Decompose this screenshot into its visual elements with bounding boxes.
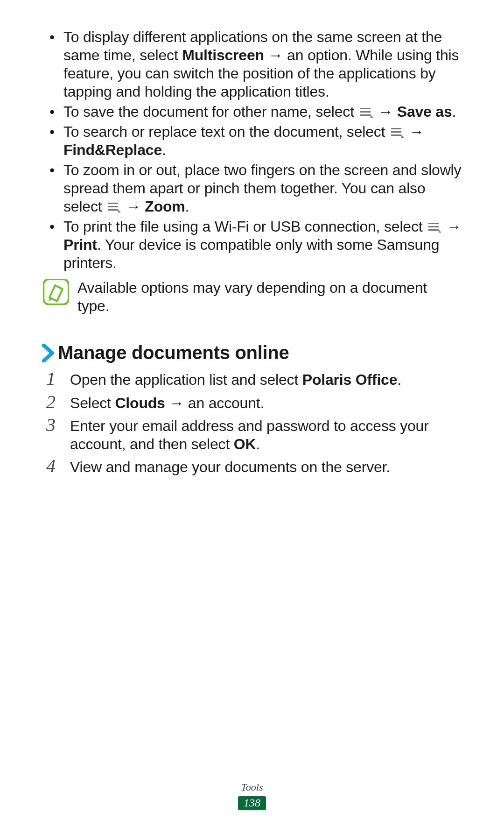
bullet-text: .	[162, 141, 166, 158]
step-body: View and manage your documents on the se…	[70, 456, 390, 476]
bold-text: Find&Replace	[63, 141, 162, 158]
step-number: 1	[42, 369, 60, 389]
step-body: Open the application list and select Pol…	[70, 369, 401, 389]
footer-section-label: Tools	[0, 781, 504, 793]
heading-text: Manage documents online	[58, 342, 289, 363]
bullet-text: . Your device is compatible only with so…	[63, 236, 439, 271]
bold-text: OK	[234, 436, 256, 452]
step-number: 3	[42, 415, 60, 435]
section-heading: Manage documents online	[42, 342, 462, 363]
bullet-text: →	[374, 103, 397, 120]
bullet-item: To zoom in or out, place two fingers on …	[42, 161, 462, 216]
bullet-text: .	[452, 103, 456, 120]
bullet-text: →	[122, 198, 145, 215]
bullet-item: To save the document for other name, sel…	[42, 103, 462, 121]
svg-rect-7	[108, 206, 118, 207]
bold-text: Multiscreen	[182, 47, 264, 64]
bullet-list: To display different applications on the…	[42, 28, 462, 272]
page-number-badge: 138	[238, 796, 266, 810]
step-text: Select	[70, 395, 115, 411]
svg-rect-1	[360, 111, 371, 113]
svg-rect-6	[108, 203, 118, 204]
step-text: View and manage your documents on the se…	[70, 459, 390, 475]
svg-rect-11	[428, 229, 439, 231]
step-text: → an account.	[165, 395, 264, 411]
step-number: 2	[42, 392, 60, 412]
svg-rect-10	[428, 226, 439, 227]
note-icon	[43, 279, 69, 305]
svg-rect-8	[108, 209, 118, 211]
bullet-text: To save the document for other name, sel…	[63, 103, 358, 120]
svg-rect-9	[428, 223, 439, 224]
page-footer: Tools 138	[0, 781, 504, 810]
svg-rect-3	[391, 128, 401, 129]
bullet-item: To search or replace text on the documen…	[42, 123, 462, 159]
bold-text: Print	[63, 236, 97, 253]
bullet-text: .	[185, 198, 189, 215]
menu-icon	[359, 104, 373, 115]
chevron-right-icon	[42, 344, 54, 362]
bold-text: Polaris Office	[302, 371, 398, 388]
step-text: .	[256, 436, 260, 452]
bold-text: Clouds	[115, 395, 165, 411]
note-callout: Available options may vary depending on …	[42, 279, 462, 315]
bullet-text: To search or replace text on the documen…	[63, 123, 389, 140]
bullet-text: →	[405, 123, 424, 140]
svg-rect-5	[391, 134, 401, 136]
step-number: 4	[42, 456, 60, 476]
menu-icon	[107, 198, 121, 210]
steps-list: 1 Open the application list and select P…	[42, 369, 462, 476]
step-text: Open the application list and select	[70, 371, 302, 388]
bold-text: Zoom	[145, 198, 185, 215]
bullet-item: To display different applications on the…	[42, 28, 462, 101]
step-body: Select Clouds → an account.	[70, 392, 264, 412]
bullet-item: To print the file using a Wi-Fi or USB c…	[42, 218, 462, 272]
bullet-text: →	[442, 218, 462, 235]
step-item: 3 Enter your email address and password …	[42, 415, 462, 453]
bold-text: Save as	[397, 103, 452, 120]
step-item: 2 Select Clouds → an account.	[42, 392, 462, 412]
svg-rect-4	[391, 131, 401, 133]
step-item: 1 Open the application list and select P…	[42, 369, 462, 389]
note-text: Available options may vary depending on …	[77, 279, 462, 315]
menu-icon	[390, 124, 404, 135]
svg-rect-0	[360, 108, 371, 109]
svg-rect-2	[360, 114, 371, 116]
step-body: Enter your email address and password to…	[70, 415, 462, 453]
manual-page: To display different applications on the…	[0, 0, 504, 827]
step-text: .	[397, 371, 401, 388]
bullet-text: To print the file using a Wi-Fi or USB c…	[63, 218, 427, 235]
menu-icon	[427, 219, 441, 230]
step-item: 4 View and manage your documents on the …	[42, 456, 462, 476]
